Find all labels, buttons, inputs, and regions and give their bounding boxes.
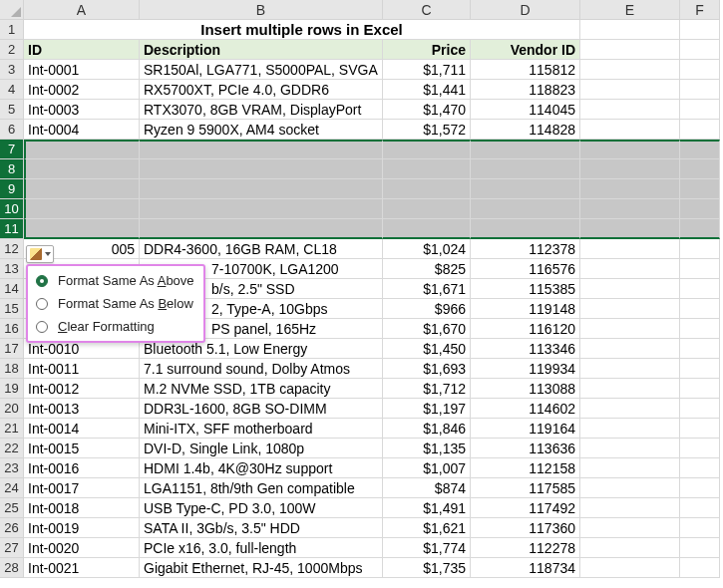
cell[interactable]	[580, 60, 680, 80]
cell-price[interactable]: $825	[383, 259, 471, 279]
cell-id[interactable]: Int-0020	[24, 538, 140, 558]
row-header-22[interactable]: 22	[0, 439, 24, 458]
cell-id[interactable]: Int-0021	[24, 558, 140, 578]
row-header-2[interactable]: 2	[0, 40, 24, 60]
cell-id[interactable]: Int-0016	[24, 458, 140, 478]
cell[interactable]	[580, 20, 680, 40]
cell[interactable]	[580, 339, 680, 359]
cell-price[interactable]: $1,671	[383, 279, 471, 299]
cell-desc[interactable]: LGA1151, 8th/9th Gen compatible	[140, 478, 383, 498]
cell-desc[interactable]: USB Type-C, PD 3.0, 100W	[140, 498, 383, 518]
header-id[interactable]: ID	[24, 40, 140, 60]
col-header-B[interactable]: B	[140, 0, 383, 20]
row-header-14[interactable]: 14	[0, 279, 24, 299]
cell[interactable]	[580, 458, 680, 478]
cell[interactable]	[580, 319, 680, 339]
cell-price[interactable]: $1,197	[383, 399, 471, 419]
cell-desc[interactable]: Gigabit Ethernet, RJ-45, 1000Mbps	[140, 558, 383, 578]
cell[interactable]	[680, 538, 720, 558]
cell-desc[interactable]: DDR4-3600, 16GB RAM, CL18	[140, 239, 383, 259]
cell-price[interactable]: $1,670	[383, 319, 471, 339]
cell-vendor[interactable]: 119148	[471, 299, 580, 319]
header-price[interactable]: Price	[383, 40, 471, 60]
cell[interactable]	[580, 120, 680, 140]
cell-desc[interactable]: RTX3070, 8GB VRAM, DisplayPort	[140, 100, 383, 120]
cell-vendor[interactable]: 117585	[471, 478, 580, 498]
cell-selected[interactable]	[471, 219, 580, 239]
row-header-27[interactable]: 27	[0, 538, 24, 558]
cell[interactable]	[680, 399, 720, 419]
cell[interactable]	[680, 458, 720, 478]
row-header-13[interactable]: 13	[0, 259, 24, 279]
cell-id[interactable]: Int-0013	[24, 399, 140, 419]
cell-id[interactable]: Int-0018	[24, 498, 140, 518]
cell-id[interactable]: Int-0001	[24, 60, 140, 80]
cell-vendor[interactable]: 117492	[471, 498, 580, 518]
cell-vendor[interactable]: 118734	[471, 558, 580, 578]
cell-price[interactable]: $1,470	[383, 100, 471, 120]
col-header-C[interactable]: C	[383, 0, 471, 20]
cell-selected[interactable]	[383, 219, 471, 239]
cell[interactable]	[680, 299, 720, 319]
cell[interactable]	[580, 538, 680, 558]
cell-desc[interactable]: SR150Al, LGA771, S5000PAL, SVGA	[140, 60, 383, 80]
col-header-D[interactable]: D	[471, 0, 580, 20]
cell[interactable]	[580, 359, 680, 379]
cell-price[interactable]: $1,441	[383, 80, 471, 100]
cell-price[interactable]: $1,572	[383, 120, 471, 140]
row-header-12[interactable]: 12	[0, 239, 24, 259]
cell-vendor[interactable]: 119934	[471, 359, 580, 379]
cell-vendor[interactable]: 114602	[471, 399, 580, 419]
cell[interactable]	[680, 60, 720, 80]
cell[interactable]	[680, 239, 720, 259]
row-header-10[interactable]: 10	[0, 199, 24, 219]
row-header-5[interactable]: 5	[0, 100, 24, 120]
cell[interactable]	[580, 518, 680, 538]
cell-id[interactable]: Int-0017	[24, 478, 140, 498]
cell-selected[interactable]	[580, 179, 680, 199]
row-header-25[interactable]: 25	[0, 498, 24, 518]
cell-vendor[interactable]: 113088	[471, 379, 580, 399]
row-header-6[interactable]: 6	[0, 120, 24, 140]
cell[interactable]	[680, 478, 720, 498]
cell-vendor[interactable]: 113636	[471, 439, 580, 458]
header-description[interactable]: Description	[140, 40, 383, 60]
cell-desc[interactable]: DVI-D, Single Link, 1080p	[140, 439, 383, 458]
cell[interactable]	[580, 239, 680, 259]
cell-selected[interactable]	[140, 140, 383, 159]
row-header-9[interactable]: 9	[0, 179, 24, 199]
col-header-E[interactable]: E	[580, 0, 680, 20]
cell[interactable]	[580, 100, 680, 120]
cell-selected[interactable]	[471, 199, 580, 219]
cell-id[interactable]: Int-0014	[24, 419, 140, 439]
row-header-21[interactable]: 21	[0, 419, 24, 439]
cell[interactable]	[580, 379, 680, 399]
row-header-16[interactable]: 16	[0, 319, 24, 339]
cell-desc[interactable]: 7.1 surround sound, Dolby Atmos	[140, 359, 383, 379]
title-cell[interactable]: Insert multiple rows in Excel	[24, 20, 580, 40]
cell-vendor[interactable]: 114828	[471, 120, 580, 140]
cell-desc[interactable]: DDR3L-1600, 8GB SO-DIMM	[140, 399, 383, 419]
cell-id[interactable]: Int-0002	[24, 80, 140, 100]
cell-id[interactable]: Int-0019	[24, 518, 140, 538]
cell[interactable]	[580, 279, 680, 299]
cell-vendor[interactable]: 118823	[471, 80, 580, 100]
cell-price[interactable]: $1,621	[383, 518, 471, 538]
cell[interactable]	[680, 80, 720, 100]
cell-selected[interactable]	[680, 219, 720, 239]
cell-desc[interactable]: RX5700XT, PCIe 4.0, GDDR6	[140, 80, 383, 100]
cell-selected[interactable]	[140, 159, 383, 179]
cell-selected[interactable]	[471, 140, 580, 159]
cell[interactable]	[680, 20, 720, 40]
menu-item-clear-formatting[interactable]: Clear Formatting	[28, 315, 203, 338]
cell-vendor[interactable]: 116120	[471, 319, 580, 339]
cell[interactable]	[580, 40, 680, 60]
col-header-F[interactable]: F	[680, 0, 720, 20]
cell-vendor[interactable]: 116576	[471, 259, 580, 279]
cell-selected[interactable]	[383, 199, 471, 219]
cell-price[interactable]: $1,135	[383, 439, 471, 458]
cell-id[interactable]: Int-0011	[24, 359, 140, 379]
cell-vendor[interactable]: 119164	[471, 419, 580, 439]
select-all-corner[interactable]	[0, 0, 24, 20]
cell-selected[interactable]	[471, 179, 580, 199]
